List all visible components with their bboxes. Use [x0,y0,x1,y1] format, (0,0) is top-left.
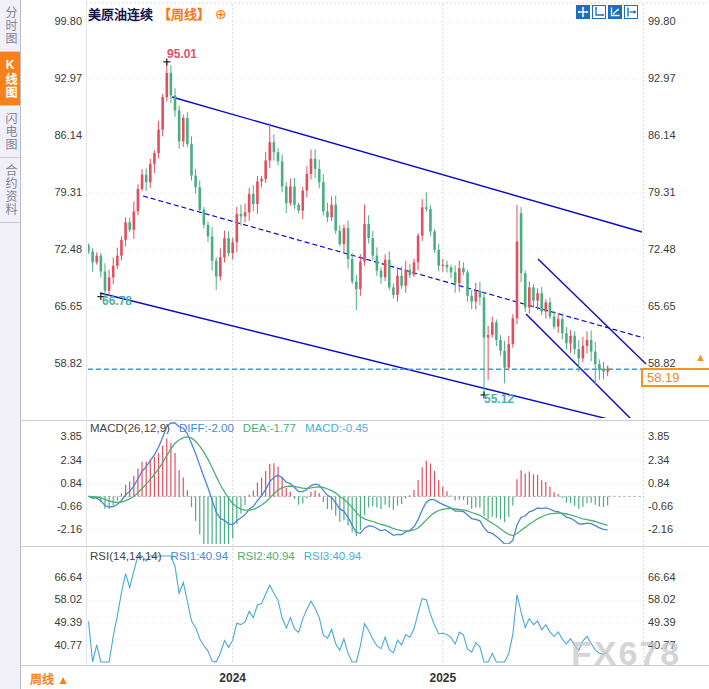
macd-diff-value: DIFF:-2.00 [179,422,234,434]
macd-dea-value: DEA:-1.77 [243,422,296,434]
timeframe-selector[interactable]: 周线 ▲ [30,670,69,687]
price-axis-label: 79.31 [648,186,703,198]
axis-range-icon[interactable] [592,5,606,19]
high-price-annotation: 95.01 [167,47,197,61]
pan-move-icon[interactable] [576,5,590,19]
price-axis-label: 65.65 [648,300,703,312]
chart-scale-icon[interactable] [608,5,622,19]
sidebar-tab-kline-chart[interactable]: K线图 [0,52,20,106]
rsi-header: RSI(14,14,14)RSI1:40.94RSI2:40.94RSI3:40… [90,550,361,562]
low-price-annotation: 55.12 [484,392,514,406]
macd-axis-label: 0.84 [24,477,82,489]
x-axis-year-label: 2024 [219,671,246,685]
rsi-axis-label: 40.77 [24,639,82,651]
macd-axis-label: 3.85 [24,430,82,442]
price-axis-label: 99.80 [24,15,82,27]
symbol-title: 美原油连续 [88,7,153,22]
macd-axis-label: -0.66 [24,500,82,512]
chart-toolbar [576,5,638,19]
price-axis-label: 92.97 [648,72,703,84]
price-axis-label: 86.14 [24,129,82,141]
price-axis-label: 86.14 [648,129,703,141]
add-overlay-icon[interactable]: ⊕ [215,6,227,22]
price-up-arrow-icon: ▲ [695,351,706,363]
price-axis-label: 65.65 [24,300,82,312]
watermark: FX678 [571,634,681,673]
rsi2-value: RSI2:40.94 [237,550,295,562]
trading-app-window: 分时图 K线图 闪电图 合约资料 美原油连续【周线】⊕ [0,0,709,689]
price-axis-label: 99.80 [648,15,703,27]
sidebar-tab-lightning-chart[interactable]: 闪电图 [0,106,20,158]
last-price-box: 58.19 [641,368,709,387]
price-axis-label: 92.97 [24,72,82,84]
macd-axis-label: -2.16 [24,523,82,535]
price-axis-label: 58.82 [24,357,82,369]
x-axis-year-label: 2025 [429,671,456,685]
rsi3-value: RSI3:40.94 [304,550,362,562]
collapse-right-icon[interactable] [624,5,638,19]
price-axis-label: 72.48 [648,243,703,255]
rsi-axis-label: 66.64 [648,571,703,583]
macd-axis-label: 2.34 [648,454,703,466]
macd-axis-label: 2.34 [24,454,82,466]
macd-axis-label: 0.84 [648,477,703,489]
price-axis-label: 72.48 [24,243,82,255]
sidebar: 分时图 K线图 闪电图 合约资料 [0,0,21,689]
dropdown-arrow-icon: ▲ [57,673,69,687]
macd-axis-label: -0.66 [648,500,703,512]
macd-hist-value: MACD:-0.45 [305,422,368,434]
channel-anchor-annotation: 66.78 [102,294,132,308]
macd-header: MACD(26,12,9)DIFF:-2.00DEA:-1.77MACD:-0.… [90,422,368,434]
timeframe-tag: 【周线】 [158,7,210,22]
chart-canvas[interactable] [0,0,709,689]
macd-axis-label: -2.16 [648,523,703,535]
sidebar-tab-time-chart[interactable]: 分时图 [0,0,20,52]
rsi1-value: RSI1:40.94 [171,550,229,562]
chart-header: 美原油连续【周线】⊕ [88,4,227,23]
macd-axis-label: 3.85 [648,430,703,442]
rsi-axis-label: 58.02 [648,593,703,605]
rsi-axis-label: 66.64 [24,571,82,583]
rsi-axis-label: 58.02 [24,593,82,605]
rsi-axis-label: 49.39 [24,616,82,628]
sidebar-tab-contract-info[interactable]: 合约资料 [0,158,20,223]
rsi-axis-label: 49.39 [648,616,703,628]
price-axis-label: 79.31 [24,186,82,198]
macd-title: MACD(26,12,9) [90,422,170,434]
rsi-title: RSI(14,14,14) [90,550,162,562]
